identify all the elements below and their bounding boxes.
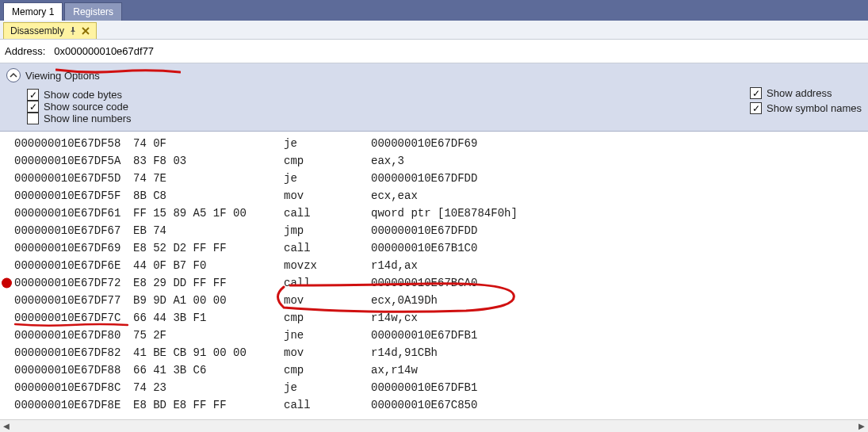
disasm-operands: 000000010E67DFDD xyxy=(371,222,868,239)
disasm-row[interactable]: 000000010E67DF8075 2F jne000000010E67DFB… xyxy=(0,327,868,344)
viewing-options-panel: Viewing Options Show code bytesShow sour… xyxy=(0,63,868,132)
checkbox-show-symbol-names[interactable] xyxy=(750,102,762,114)
disasm-bytes: 83 F8 03 xyxy=(133,152,284,170)
disasm-mnemonic: call xyxy=(284,274,371,292)
disasm-operands: ecx,0A19Dh xyxy=(371,292,868,309)
option-label: Show code bytes xyxy=(44,89,122,101)
disasm-bytes: B9 9D A1 00 00 xyxy=(133,292,284,309)
disasm-address: 000000010E67DF6E xyxy=(14,257,133,274)
close-icon[interactable] xyxy=(82,27,90,35)
option-label: Show line numbers xyxy=(44,113,132,124)
option-label: Show source code xyxy=(44,101,128,113)
disasm-address: 000000010E67DF61 xyxy=(14,205,133,222)
disasm-row[interactable]: 000000010E67DF67EB 74 jmp000000010E67DFD… xyxy=(0,222,868,239)
viewing-options-header: Viewing Options xyxy=(25,70,100,82)
option-label: Show symbol names xyxy=(767,102,862,114)
disasm-row[interactable]: 000000010E67DF6E44 0F B7 F0 movzxr14d,ax xyxy=(0,257,868,274)
disasm-mnemonic: jmp xyxy=(284,222,371,239)
disasm-mnemonic: mov xyxy=(284,292,371,309)
checkbox-show-source-code[interactable] xyxy=(27,101,39,113)
checkbox-show-address[interactable] xyxy=(750,87,762,99)
tab-disassembly-label: Disassembly xyxy=(10,25,64,36)
disasm-bytes: 75 2F xyxy=(133,327,284,344)
disasm-mnemonic: cmp xyxy=(284,152,371,170)
disasm-mnemonic: call xyxy=(284,396,371,414)
disassembly-listing[interactable]: 000000010E67DF5874 0F je000000010E67DF69… xyxy=(0,132,868,414)
scrollbar-track[interactable] xyxy=(13,420,855,432)
tab-disassembly[interactable]: Disassembly xyxy=(3,22,97,39)
disasm-row[interactable]: 000000010E67DF61FF 15 89 A5 1F 00 callqw… xyxy=(0,205,868,222)
disasm-address: 000000010E67DF5A xyxy=(14,152,133,170)
disasm-address: 000000010E67DF77 xyxy=(14,292,133,309)
horizontal-scrollbar[interactable]: ◄ ► xyxy=(0,419,868,432)
disasm-mnemonic: je xyxy=(284,170,371,187)
option-show-source-code: Show source code xyxy=(27,101,132,113)
disasm-address: 000000010E67DF58 xyxy=(14,135,133,152)
disasm-address: 000000010E67DF67 xyxy=(14,222,133,239)
disasm-operands: 000000010E67DFDD xyxy=(371,170,868,187)
disasm-mnemonic: call xyxy=(284,239,371,257)
disasm-address: 000000010E67DF5F xyxy=(14,187,133,205)
main-tab-bar: Memory 1 Registers xyxy=(0,0,868,21)
disasm-mnemonic: cmp xyxy=(284,361,371,379)
option-label: Show address xyxy=(767,87,832,99)
disasm-row[interactable]: 000000010E67DF5D74 7E je000000010E67DFDD xyxy=(0,170,868,187)
disasm-row[interactable]: 000000010E67DF69E8 52 D2 FF FF call00000… xyxy=(0,239,868,257)
disasm-bytes: 8B C8 xyxy=(133,187,284,205)
disasm-bytes: EB 74 xyxy=(133,222,284,239)
disasm-row[interactable]: 000000010E67DF8EE8 BD E8 FF FF call00000… xyxy=(0,396,868,414)
disasm-bytes: 74 0F xyxy=(133,135,284,152)
option-show-address: Show address xyxy=(750,87,862,99)
scroll-left-button[interactable]: ◄ xyxy=(0,420,13,433)
disasm-bytes: 74 23 xyxy=(133,379,284,396)
checkbox-show-code-bytes[interactable] xyxy=(27,89,39,101)
disasm-operands: r14d,91CBh xyxy=(371,344,868,361)
disasm-address: 000000010E67DF7C xyxy=(14,309,133,327)
disasm-row[interactable]: 000000010E67DF7C66 44 3B F1 cmpr14w,cx xyxy=(0,309,868,327)
disasm-mnemonic: call xyxy=(284,205,371,222)
disasm-row[interactable]: 000000010E67DF5874 0F je000000010E67DF69 xyxy=(0,135,868,152)
disasm-mnemonic: mov xyxy=(284,344,371,361)
disasm-address: 000000010E67DF72 xyxy=(14,274,133,292)
tab-memory[interactable]: Memory 1 xyxy=(3,2,63,21)
disasm-operands: eax,3 xyxy=(371,152,868,170)
disasm-bytes: 41 BE CB 91 00 00 xyxy=(133,344,284,361)
pin-icon[interactable] xyxy=(69,27,77,35)
disasm-operands: 000000010E67DF69 xyxy=(371,135,868,152)
disasm-mnemonic: je xyxy=(284,135,371,152)
disasm-address: 000000010E67DF82 xyxy=(14,344,133,361)
disasm-mnemonic: cmp xyxy=(284,309,371,327)
tab-registers[interactable]: Registers xyxy=(64,2,122,21)
disasm-bytes: 66 44 3B F1 xyxy=(133,309,284,327)
disasm-operands: 000000010E67B1C0 xyxy=(371,239,868,257)
disasm-operands: r14d,ax xyxy=(371,257,868,274)
disasm-operands: 000000010E67DFB1 xyxy=(371,379,868,396)
disasm-row[interactable]: 000000010E67DF8241 BE CB 91 00 00 movr14… xyxy=(0,344,868,361)
disasm-operands: qword ptr [10E8784F0h] xyxy=(371,205,868,222)
chevron-up-icon xyxy=(10,71,17,79)
disasm-row[interactable]: 000000010E67DF5F8B C8 movecx,eax xyxy=(0,187,868,205)
disasm-row[interactable]: 000000010E67DF8C74 23 je000000010E67DFB1 xyxy=(0,379,868,396)
disasm-mnemonic: jne xyxy=(284,327,371,344)
collapse-options-button[interactable] xyxy=(6,68,21,82)
disasm-row[interactable]: 000000010E67DF72E8 29 DD FF FF call00000… xyxy=(0,274,868,292)
document-tab-bar: Disassembly xyxy=(0,21,868,40)
address-input[interactable] xyxy=(50,43,863,59)
disasm-bytes: 44 0F B7 F0 xyxy=(133,257,284,274)
breakpoint-icon[interactable] xyxy=(2,278,12,289)
disasm-row[interactable]: 000000010E67DF8866 41 3B C6 cmpax,r14w xyxy=(0,361,868,379)
disasm-bytes: 74 7E xyxy=(133,170,284,187)
disasm-address: 000000010E67DF5D xyxy=(14,170,133,187)
option-show-line-numbers: Show line numbers xyxy=(27,113,132,124)
disasm-bytes: E8 29 DD FF FF xyxy=(133,274,284,292)
disasm-operands: r14w,cx xyxy=(371,309,868,327)
disasm-row[interactable]: 000000010E67DF5A83 F8 03 cmpeax,3 xyxy=(0,152,868,170)
disasm-mnemonic: je xyxy=(284,379,371,396)
disasm-bytes: 66 41 3B C6 xyxy=(133,361,284,379)
disasm-operands: 000000010E67C850 xyxy=(371,396,868,414)
scroll-right-button[interactable]: ► xyxy=(855,420,868,433)
disasm-operands: ax,r14w xyxy=(371,361,868,379)
disasm-row[interactable]: 000000010E67DF77B9 9D A1 00 00 movecx,0A… xyxy=(0,292,868,309)
checkbox-show-line-numbers[interactable] xyxy=(27,113,39,124)
disasm-operands: 000000010E67BCA0 xyxy=(371,274,868,292)
